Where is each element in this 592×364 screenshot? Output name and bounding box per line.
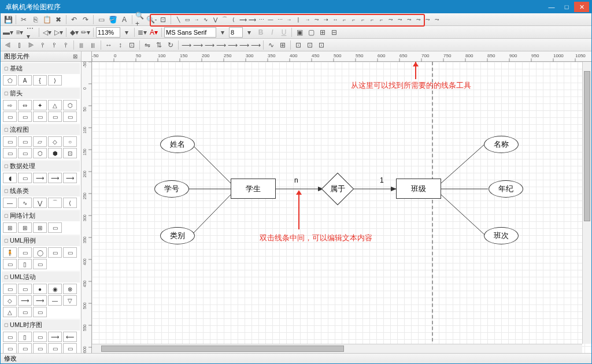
shape-uc-2[interactable]: ▭ bbox=[18, 247, 32, 258]
entity-student[interactable]: 学生 bbox=[231, 179, 276, 199]
shape-sq-2[interactable]: ▯ bbox=[18, 332, 32, 342]
line-tool-msg2[interactable]: ⤳ bbox=[312, 15, 321, 24]
shape-nw-1[interactable]: ⊞ bbox=[3, 222, 17, 233]
zoom-combo[interactable] bbox=[96, 27, 120, 38]
shape-fc-4[interactable]: ◇ bbox=[48, 136, 62, 147]
shape-sq-10[interactable]: ▭ bbox=[63, 343, 77, 353]
misc2-button[interactable]: ⊡ bbox=[305, 40, 315, 50]
palette-close-button[interactable]: ⊠ bbox=[73, 53, 77, 60]
shape-arrow-4[interactable]: ▭ bbox=[48, 112, 62, 122]
shape-dp-5[interactable]: ⟶ bbox=[63, 173, 77, 183]
same-height-button[interactable]: ↕ bbox=[115, 40, 125, 50]
zoom-fit-button[interactable]: ⊡ bbox=[158, 14, 168, 25]
line-tool-step1[interactable]: ⌐ bbox=[340, 15, 349, 24]
shape-nw-4[interactable]: ▭ bbox=[48, 222, 62, 233]
attr-name[interactable]: 姓名 bbox=[160, 136, 195, 153]
section-flowchart[interactable]: 流程图 bbox=[2, 124, 80, 135]
close-button[interactable]: ✕ bbox=[574, 2, 589, 12]
section-basic[interactable]: 基础 bbox=[2, 63, 80, 74]
flip-v-button[interactable]: ⇅ bbox=[154, 40, 164, 50]
font-combo[interactable] bbox=[164, 27, 216, 38]
shape-arrow-callout[interactable]: ⬡ bbox=[63, 100, 77, 110]
send-back-button[interactable]: ▢ bbox=[306, 27, 316, 38]
shape-fc-1[interactable]: ▭ bbox=[3, 136, 17, 147]
shape-ac-5[interactable]: ⊗ bbox=[63, 284, 77, 294]
shape-ln-3[interactable]: ⋁ bbox=[33, 198, 47, 208]
shape-fc-10[interactable]: ⊡ bbox=[63, 148, 77, 158]
shape-dp-3[interactable]: ⟶ bbox=[33, 173, 47, 183]
fill-color-button[interactable]: ◆▾ bbox=[69, 27, 79, 38]
arrow-end-button[interactable]: ▷▾ bbox=[53, 27, 64, 38]
line-tool-arrow2[interactable]: → bbox=[284, 15, 294, 24]
shape-sq-3[interactable]: ▭ bbox=[33, 332, 47, 342]
attr-grade[interactable]: 年纪 bbox=[489, 180, 523, 198]
zoom-dropdown[interactable]: ▾ bbox=[121, 27, 132, 38]
line-tool-step3[interactable]: ⌐ bbox=[358, 15, 368, 24]
section-lines[interactable]: 线条类 bbox=[2, 185, 80, 196]
section-uml-usecase[interactable]: UML用例 bbox=[2, 235, 80, 246]
cut-button[interactable]: ✂ bbox=[18, 14, 29, 25]
shape-ac-1[interactable]: ▭ bbox=[3, 284, 17, 294]
shape-arrow-tri[interactable]: △ bbox=[48, 100, 62, 110]
shape-dp-4[interactable]: ⟶ bbox=[48, 173, 62, 183]
group-button[interactable]: ⊞ bbox=[317, 27, 328, 38]
connector2-button[interactable]: ⟶ bbox=[193, 40, 203, 50]
scroll-thumb-v[interactable] bbox=[584, 71, 590, 221]
fontsize-dropdown[interactable]: ▾ bbox=[244, 27, 254, 38]
arrow-start-button[interactable]: ◁▾ bbox=[42, 27, 52, 38]
shape-uc-6[interactable]: ▭ bbox=[3, 259, 17, 269]
text-color-button[interactable]: A▾ bbox=[149, 27, 159, 38]
attr-category[interactable]: 类别 bbox=[160, 227, 195, 244]
line-tool-curve[interactable]: ⌒ bbox=[220, 15, 229, 24]
align-top-button[interactable]: ⫯ bbox=[38, 40, 48, 50]
line-tool-msg3[interactable]: ⇢ bbox=[321, 15, 331, 24]
text-button[interactable]: A bbox=[119, 14, 130, 25]
shape-fc-8[interactable]: ⬡ bbox=[33, 148, 47, 158]
attr-shift[interactable]: 班次 bbox=[484, 227, 519, 244]
entity-class[interactable]: 班级 bbox=[396, 179, 441, 199]
shape-sq-4[interactable]: ⟶ bbox=[48, 332, 62, 342]
scroll-thumb-h[interactable] bbox=[101, 346, 344, 352]
shape-nw-2[interactable]: ⊞ bbox=[18, 222, 32, 233]
distribute-v-button[interactable]: ⫼ bbox=[88, 40, 98, 50]
align-right-button[interactable]: ⫸ bbox=[26, 40, 36, 50]
line-tool-sine[interactable]: ∿ bbox=[201, 15, 210, 24]
misc1-button[interactable]: ⊡ bbox=[293, 40, 304, 50]
shape-sq-5[interactable]: ⟵ bbox=[63, 332, 77, 342]
italic-button[interactable]: I bbox=[267, 27, 278, 38]
shape-text[interactable]: A bbox=[18, 75, 32, 86]
shape-fc-7[interactable]: ▭ bbox=[18, 148, 32, 158]
line-tool-straight[interactable]: ╲ bbox=[173, 15, 183, 24]
line-tool-solid[interactable]: — bbox=[266, 15, 275, 24]
connector5-button[interactable]: ⟶ bbox=[227, 40, 238, 50]
shape-ac-10[interactable]: ▽ bbox=[63, 295, 77, 306]
shape-bracket[interactable]: ⟩ bbox=[48, 75, 62, 86]
shape-arrow-2[interactable]: ▭ bbox=[18, 112, 32, 122]
line-tool-msg4[interactable]: ↔ bbox=[331, 15, 340, 24]
line-tool-zigzag[interactable]: ⋁ bbox=[210, 15, 220, 24]
section-dataproc[interactable]: 数据处理 bbox=[2, 161, 80, 172]
shape-arrow-right[interactable]: ⇨ bbox=[3, 100, 17, 110]
redo-button[interactable]: ↷ bbox=[80, 14, 91, 25]
line-tool-arrow[interactable]: → bbox=[192, 15, 201, 24]
shape-ac-12[interactable]: ▭ bbox=[18, 307, 32, 317]
same-width-button[interactable]: ↔ bbox=[103, 40, 114, 50]
shape-dp-2[interactable]: ▭ bbox=[18, 173, 32, 183]
section-network[interactable]: 网络计划 bbox=[2, 210, 80, 221]
drawing-canvas[interactable]: 姓名 学号 类别 学生 n 属于 1 班级 名称 年纪 班次 从这里可以找到所需… bbox=[92, 62, 591, 353]
grid-button[interactable]: ⊞ bbox=[278, 40, 288, 50]
save-button[interactable]: 💾 bbox=[3, 14, 13, 25]
wave-button[interactable]: ∿ bbox=[266, 40, 276, 50]
shape-ln-4[interactable]: ⌒ bbox=[48, 198, 62, 208]
shape-sq-6[interactable]: ▭ bbox=[3, 343, 17, 353]
shape-fc-2[interactable]: ▭ bbox=[18, 136, 32, 147]
scrollbar-vertical[interactable] bbox=[582, 62, 591, 344]
shape-ac-3[interactable]: ● bbox=[33, 284, 47, 294]
shape-ln-2[interactable]: ∿ bbox=[18, 198, 32, 208]
distribute-h-button[interactable]: ⫼ bbox=[76, 40, 87, 50]
connector4-button[interactable]: ⟶ bbox=[216, 40, 226, 50]
section-uml-sequence[interactable]: UML时序图 bbox=[2, 320, 80, 330]
line-tool-step5[interactable]: ⌐ bbox=[377, 15, 386, 24]
shape-arrow-lr[interactable]: ⇔ bbox=[18, 100, 32, 110]
delete-button[interactable]: ✖ bbox=[53, 14, 64, 25]
